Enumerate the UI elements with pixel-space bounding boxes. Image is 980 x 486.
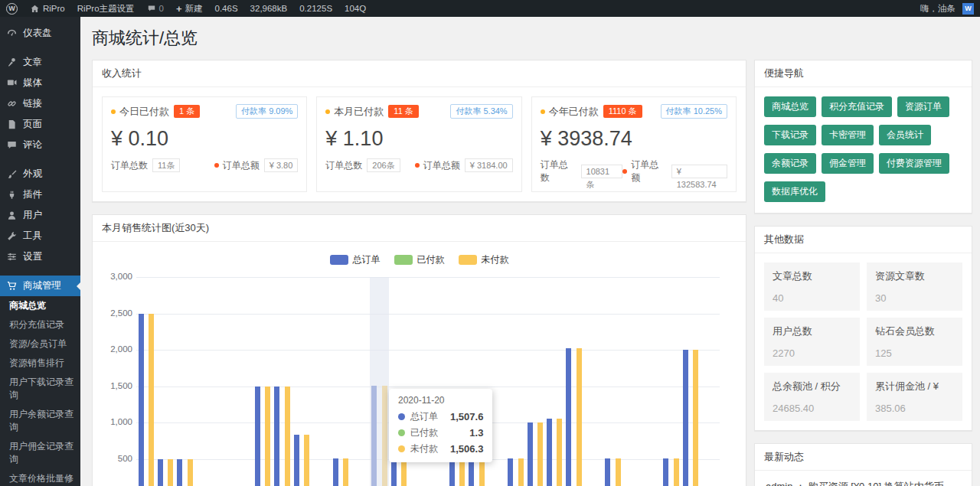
sidebar-subitem[interactable]: 用户下载记录查询 bbox=[0, 373, 80, 405]
chart-bar bbox=[333, 458, 338, 486]
chart-bar bbox=[168, 459, 173, 486]
tooltip-series-value: 1,507.6 bbox=[450, 411, 483, 422]
chart-bar bbox=[401, 458, 407, 486]
sidebar-item[interactable]: 文章 bbox=[0, 52, 80, 73]
appearance-icon bbox=[6, 168, 18, 180]
legend-marker bbox=[459, 255, 477, 265]
quick-nav-button[interactable]: 卡密管理 bbox=[822, 125, 874, 145]
stat-amount: ¥ 0.10 bbox=[111, 127, 298, 151]
sidebar-item-label: 文章 bbox=[23, 56, 42, 69]
chart-bar bbox=[188, 459, 193, 486]
link-icon bbox=[6, 98, 18, 109]
chart-bar bbox=[177, 459, 182, 486]
legend-item[interactable]: 总订单 bbox=[330, 253, 381, 266]
chart-bar bbox=[547, 419, 552, 486]
site-link[interactable]: RiPro bbox=[24, 0, 71, 17]
quick-nav-button[interactable]: 余额记录 bbox=[764, 153, 816, 174]
y-axis-label: 500 bbox=[102, 454, 132, 463]
other-data-box: 文章总数40 bbox=[764, 263, 860, 311]
sidebar-item[interactable]: 媒体 bbox=[0, 73, 80, 93]
theme-settings-link[interactable]: RiPro主题设置 bbox=[71, 0, 141, 17]
wp-logo-menu[interactable]: W bbox=[0, 0, 24, 17]
quick-nav-button[interactable]: 商城总览 bbox=[764, 96, 816, 117]
tooltip-series-name: 未付款 bbox=[410, 442, 438, 455]
perf-stat-item: 0.46S bbox=[209, 4, 244, 13]
orders-label: 订单总数 bbox=[111, 159, 148, 172]
other-data-value: 385.06 bbox=[875, 403, 954, 414]
wordpress-icon: W bbox=[6, 3, 18, 15]
sidebar-item[interactable]: 仪表盘 bbox=[0, 23, 80, 44]
quick-nav-button[interactable]: 下载记录 bbox=[764, 125, 816, 145]
quick-nav-button[interactable]: 资源订单 bbox=[897, 96, 949, 117]
sidebar-item[interactable]: 商城管理 bbox=[0, 276, 80, 296]
sidebar-subitem[interactable]: 商城总览 bbox=[0, 296, 80, 315]
home-icon bbox=[30, 4, 40, 14]
sidebar-item[interactable]: 页面 bbox=[0, 114, 80, 135]
other-data-label: 累计佣金池 / ¥ bbox=[875, 380, 954, 393]
comment-icon bbox=[6, 139, 18, 151]
sidebar-subitem[interactable]: 积分充值记录 bbox=[0, 315, 80, 334]
quick-nav-button[interactable]: 数据库优化 bbox=[764, 181, 825, 202]
sidebar-subitem[interactable]: 资源/会员订单 bbox=[0, 334, 80, 354]
status-dot bbox=[111, 109, 116, 114]
other-data-box: 钻石会员总数125 bbox=[867, 318, 962, 366]
admin-sidebar: 仪表盘文章媒体链接页面评论外观插件用户工具设置商城管理商城总览积分充值记录资源/… bbox=[0, 17, 80, 486]
sidebar-subitem[interactable]: 资源销售排行 bbox=[0, 354, 80, 373]
chart-bar bbox=[508, 458, 513, 486]
other-data-box: 用户总数2270 bbox=[764, 318, 860, 366]
chart-bar bbox=[469, 458, 474, 486]
legend-item[interactable]: 未付款 bbox=[459, 253, 509, 266]
stat-label: 今日已付款 bbox=[119, 105, 169, 119]
chart-bar bbox=[149, 314, 154, 486]
chart-plot[interactable]: 05001,0001,5002,0002,5003,0002020-11-082… bbox=[102, 268, 737, 486]
other-data-card: 其他数据 文章总数40资源文章数30用户总数2270钻石会员总数125总余额池 … bbox=[754, 226, 972, 431]
sidebar-subitem[interactable]: 用户余额记录查询 bbox=[0, 405, 80, 437]
sidebar-item-label: 用户 bbox=[23, 209, 42, 222]
comments-link[interactable]: 0 bbox=[141, 0, 170, 17]
legend-item[interactable]: 已付款 bbox=[394, 253, 445, 266]
media-icon bbox=[6, 77, 18, 89]
sidebar-item[interactable]: 用户 bbox=[0, 205, 80, 226]
total-label: 订单总额 bbox=[423, 159, 460, 172]
sidebar-item[interactable]: 插件 bbox=[0, 184, 80, 205]
quick-nav-button[interactable]: 付费资源管理 bbox=[879, 153, 949, 174]
sidebar-subitem[interactable]: 文章价格批量修改 bbox=[0, 469, 80, 486]
income-section-title: 收入统计 bbox=[93, 60, 746, 87]
status-dot bbox=[541, 109, 545, 114]
chart-bar bbox=[528, 422, 533, 486]
quick-nav-button[interactable]: 积分充值记录 bbox=[822, 96, 892, 117]
tooltip-date: 2020-11-20 bbox=[398, 395, 483, 406]
sidebar-item-label: 设置 bbox=[23, 250, 42, 263]
tooltip-series-value: 1.3 bbox=[469, 427, 483, 439]
other-data-label: 钻石会员总数 bbox=[875, 325, 954, 338]
perf-stat-item: 0.2125S bbox=[293, 4, 338, 13]
chart-bar bbox=[285, 387, 290, 486]
chart-bar bbox=[693, 350, 698, 486]
sidebar-item-label: 工具 bbox=[23, 230, 42, 243]
status-dot bbox=[325, 109, 330, 114]
sidebar-item[interactable]: 外观 bbox=[0, 164, 80, 184]
total-value: ¥ 3.80 bbox=[264, 158, 299, 172]
count-badge: 11 条 bbox=[388, 105, 418, 118]
chart-bar bbox=[537, 422, 543, 486]
new-content-link[interactable]: + 新建 bbox=[170, 0, 209, 17]
status-dot bbox=[622, 169, 627, 174]
sidebar-item[interactable]: 链接 bbox=[0, 93, 80, 114]
account-link[interactable]: 嗨，油条 W bbox=[914, 3, 980, 15]
tooltip-series-name: 总订单 bbox=[410, 410, 438, 423]
tooltip-series-name: 已付款 bbox=[410, 426, 438, 439]
chart-bar bbox=[683, 350, 688, 486]
activity-text: 购买资源 [¥0.10] 换算站内货币=1.00 bbox=[766, 481, 944, 486]
y-axis-label: 2,500 bbox=[102, 308, 132, 318]
other-data-label: 总余额池 / 积分 bbox=[773, 380, 851, 393]
sidebar-item[interactable]: 设置 bbox=[0, 246, 80, 267]
quick-nav-button[interactable]: 佣金管理 bbox=[822, 153, 874, 174]
sidebar-subitem[interactable]: 用户佣金记录查询 bbox=[0, 437, 80, 469]
sidebar-item[interactable]: 工具 bbox=[0, 226, 80, 246]
other-data-box: 累计佣金池 / ¥385.06 bbox=[867, 373, 962, 421]
active-menu-arrow bbox=[77, 282, 80, 290]
status-dot bbox=[214, 163, 219, 168]
sidebar-item[interactable]: 评论 bbox=[0, 135, 80, 155]
chart-bar bbox=[158, 459, 163, 486]
quick-nav-button[interactable]: 会员统计 bbox=[879, 125, 931, 145]
